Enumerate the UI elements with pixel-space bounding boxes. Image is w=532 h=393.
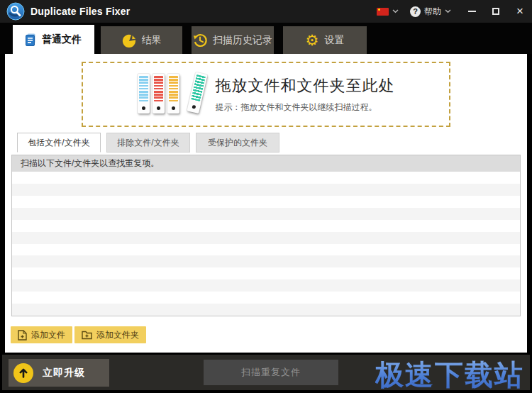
list-row: [12, 196, 520, 208]
file-list: 扫描以下文件/文件夹以查找重复项。: [11, 155, 521, 316]
list-row: [12, 255, 520, 267]
pie-chart-icon: [122, 33, 136, 48]
maximize-icon: [492, 8, 499, 15]
list-row: [12, 220, 520, 232]
content-area: 拖放文件和文件夹至此处 提示：拖放文件和文件夹以继续扫描过程。 包括文件/文件夹…: [5, 54, 527, 353]
app-title: Duplicate Files Fixer: [31, 6, 130, 17]
binders-icon: [138, 74, 199, 115]
list-row: [12, 184, 520, 196]
list-row: [12, 172, 520, 184]
dropzone[interactable]: 拖放文件和文件夹至此处 提示：拖放文件和文件夹以继续扫描过程。: [82, 62, 450, 127]
document-icon: [26, 33, 36, 46]
file-list-header: 扫描以下文件/文件夹以查找重复项。: [12, 155, 520, 172]
main-tabbar: 普通文件 结果 扫描历史记录 ⚙ 设置: [0, 23, 532, 54]
upgrade-label: 立即升级: [43, 367, 85, 380]
minimize-button[interactable]: [467, 6, 477, 16]
close-button[interactable]: ×: [515, 6, 525, 16]
scan-duplicates-button[interactable]: 扫描重复文件: [204, 360, 338, 385]
list-row: [12, 208, 520, 220]
add-folder-label: 添加文件夹: [96, 329, 139, 341]
flag-icon: [377, 8, 389, 16]
app-window: Duplicate Files Fixer ? 帮助 ×: [0, 0, 532, 393]
site-watermark: 极速下载站: [375, 355, 524, 393]
list-row: [12, 244, 520, 256]
tab-label: 结果: [142, 34, 162, 47]
add-file-icon: [18, 330, 27, 341]
minimize-icon: [468, 11, 476, 12]
close-icon: ×: [516, 6, 523, 16]
upgrade-arrow-icon: [13, 363, 33, 383]
app-logo-icon: [6, 2, 25, 21]
tab-scan-history[interactable]: 扫描历史记录: [192, 26, 274, 54]
subtab-include[interactable]: 包括文件/文件夹: [17, 133, 101, 153]
list-row: [12, 267, 520, 279]
history-icon: [193, 33, 207, 48]
bottombar: 立即升级 扫描重复文件 极速下载站: [0, 353, 532, 393]
list-row: [12, 304, 520, 316]
tab-settings[interactable]: ⚙ 设置: [283, 26, 367, 54]
dropzone-title: 拖放文件和文件夹至此处: [216, 75, 395, 96]
help-label: 帮助: [424, 6, 441, 18]
maximize-button[interactable]: [491, 6, 501, 16]
add-file-label: 添加文件: [31, 329, 65, 341]
file-list-rows: [12, 172, 520, 316]
language-selector[interactable]: [377, 8, 399, 16]
list-row: [12, 232, 520, 244]
tab-label: 普通文件: [42, 33, 82, 46]
chevron-down-icon: [445, 9, 451, 13]
help-menu[interactable]: ? 帮助: [410, 6, 451, 18]
add-file-button[interactable]: 添加文件: [11, 326, 72, 343]
subtab-protected[interactable]: 受保护的文件夹: [196, 133, 279, 153]
chevron-down-icon: [392, 9, 399, 13]
window-controls: ×: [467, 6, 525, 16]
dropzone-tip: 提示：拖放文件和文件夹以继续扫描过程。: [216, 101, 395, 114]
add-folder-button[interactable]: 添加文件夹: [74, 326, 146, 343]
add-folder-icon: [82, 331, 92, 340]
upgrade-button[interactable]: 立即升级: [9, 359, 109, 387]
gear-icon: ⚙: [306, 33, 319, 48]
tab-label: 扫描历史记录: [213, 34, 272, 47]
titlebar: Duplicate Files Fixer ? 帮助 ×: [0, 0, 532, 23]
tab-label: 设置: [324, 34, 344, 47]
list-row: [12, 292, 520, 304]
help-icon: ?: [410, 6, 421, 17]
tab-normal-files[interactable]: 普通文件: [13, 25, 94, 54]
list-row: [12, 279, 520, 292]
tab-results[interactable]: 结果: [101, 26, 182, 54]
subtab-exclude[interactable]: 排除文件/文件夹: [106, 133, 190, 153]
